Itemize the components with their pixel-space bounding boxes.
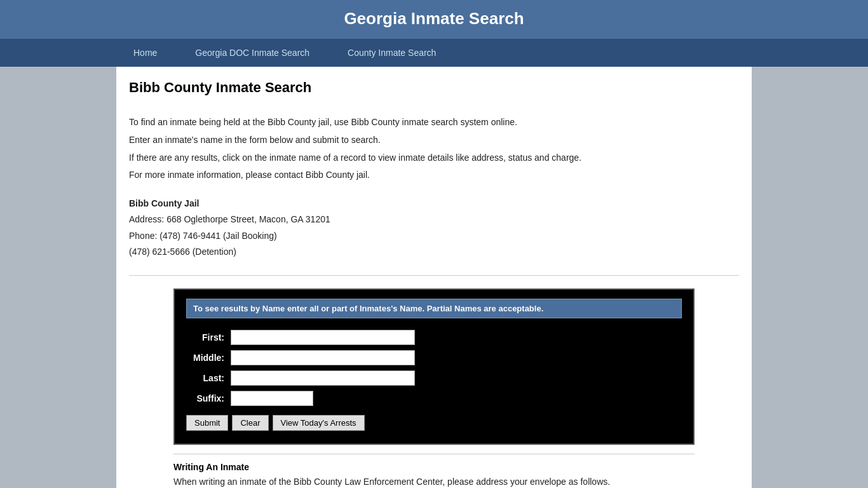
page-title: Bibb County Inmate Search: [129, 79, 739, 96]
nav-doc[interactable]: Georgia DOC Inmate Search: [176, 40, 329, 65]
writing-title: Writing An Inmate: [173, 462, 695, 472]
first-label: First:: [186, 332, 231, 342]
jail-address: Address: 668 Oglethorpe Street, Macon, G…: [129, 212, 739, 227]
middle-name-row: Middle:: [186, 350, 682, 365]
suffix-input[interactable]: [231, 391, 313, 406]
site-title: Georgia Inmate Search: [0, 9, 868, 29]
suffix-row: Suffix:: [186, 391, 682, 406]
writing-section: Writing An Inmate When writing an inmate…: [173, 445, 695, 488]
search-instruction: To see results by Name enter all or part…: [186, 299, 682, 318]
clear-button[interactable]: Clear: [232, 415, 268, 431]
nav-home[interactable]: Home: [114, 40, 176, 65]
description-block: To find an inmate being held at the Bibb…: [129, 115, 739, 183]
first-name-input[interactable]: [231, 330, 415, 345]
jail-title: Bibb County Jail: [129, 196, 739, 212]
middle-name-input[interactable]: [231, 350, 415, 365]
suffix-label: Suffix:: [186, 393, 231, 403]
button-row: Submit Clear View Today's Arrests: [186, 415, 682, 431]
desc-line-4: For more inmate information, please cont…: [129, 168, 739, 183]
writing-divider: [173, 454, 695, 454]
desc-line-3: If there are any results, click on the i…: [129, 151, 739, 166]
submit-button[interactable]: Submit: [186, 415, 228, 431]
last-label: Last:: [186, 373, 231, 383]
desc-line-2: Enter an inmate's name in the form below…: [129, 133, 739, 148]
jail-phone1: Phone: (478) 746-9441 (Jail Booking): [129, 228, 739, 244]
last-name-row: Last:: [186, 370, 682, 386]
first-name-row: First:: [186, 330, 682, 345]
search-form: First: Middle: Last: Suffix:: [186, 330, 682, 406]
writing-description: When writing an inmate of the Bibb Count…: [173, 475, 695, 488]
middle-label: Middle:: [186, 353, 231, 363]
last-name-input[interactable]: [231, 370, 415, 386]
jail-info: Bibb County Jail Address: 668 Oglethorpe…: [129, 196, 739, 260]
nav-county[interactable]: County Inmate Search: [329, 40, 455, 65]
search-box: To see results by Name enter all or part…: [173, 288, 695, 445]
section-divider: [129, 275, 739, 276]
view-arrests-button[interactable]: View Today's Arrests: [273, 415, 365, 431]
desc-line-1: To find an inmate being held at the Bibb…: [129, 115, 739, 130]
jail-phone2: (478) 621-5666 (Detention): [129, 244, 739, 260]
